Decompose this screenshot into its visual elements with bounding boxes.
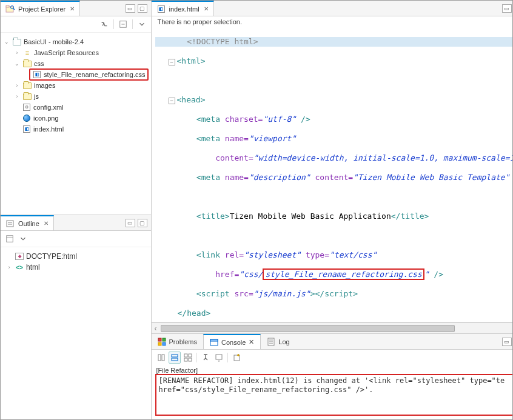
tree-item-icon[interactable]: icon.png <box>3 113 149 124</box>
tab-label: Log <box>278 338 289 345</box>
tree-item-index[interactable]: ◧ index.html <box>3 124 149 135</box>
svg-rect-28 <box>189 358 192 361</box>
console-btn-1[interactable] <box>155 352 167 364</box>
href-highlight: style_File_rename_refactoring.css <box>263 268 424 280</box>
code-editor[interactable]: <!DOCTYPE html> −<html> −<head> <meta ch… <box>152 27 513 322</box>
svg-rect-14 <box>163 342 166 345</box>
separator <box>113 19 114 29</box>
chevron-down-icon[interactable]: ⌄ <box>13 61 21 67</box>
tree-label: icon.png <box>33 115 59 122</box>
chevron-right-icon[interactable]: › <box>13 82 21 88</box>
tree-label: style_File_rename_refactoring.css <box>44 71 146 78</box>
editor-tab-label: index.html <box>169 5 200 13</box>
maximize-button[interactable]: ▢ <box>138 219 147 227</box>
console-line: href="css/style_File_rename_refactoring.… <box>159 385 513 395</box>
tree-label: images <box>34 82 55 89</box>
minimize-button[interactable]: ▭ <box>126 219 135 227</box>
fold-toggle[interactable]: − <box>169 98 175 104</box>
console-output[interactable]: [RENAME REFACTOR] index.html(12) is chan… <box>155 374 513 416</box>
view-menu-button[interactable] <box>136 19 147 30</box>
tree-label: js <box>34 93 39 100</box>
outline-mode-button[interactable] <box>4 233 15 244</box>
editor-tab-index[interactable]: ◧ index.html ✕ <box>152 1 214 16</box>
project-tree: ⌄ BasicUI - mobile-2.4 › ≡ JavaScript Re… <box>1 33 151 215</box>
tab-label: Problems <box>169 338 197 345</box>
close-icon[interactable]: ✕ <box>70 5 75 12</box>
tree-label: config.xml <box>33 104 64 111</box>
minimize-button[interactable]: ▭ <box>502 338 512 346</box>
svg-rect-24 <box>172 358 178 361</box>
console-toolbar <box>152 350 513 365</box>
outline-tab[interactable]: Outline ✕ <box>1 215 54 230</box>
dropdown-button[interactable] <box>213 352 225 364</box>
svg-rect-25 <box>184 354 187 357</box>
horizontal-scrollbar[interactable]: ‹ › <box>152 322 513 333</box>
tree-item-images-folder[interactable]: › images <box>3 80 149 91</box>
project-explorer-tab[interactable]: Project Explorer ✕ <box>1 1 80 16</box>
outline-icon <box>5 219 15 228</box>
project-root[interactable]: ⌄ BasicUI - mobile-2.4 <box>3 36 149 47</box>
close-icon[interactable]: ✕ <box>249 338 254 346</box>
problems-icon <box>158 338 166 346</box>
tree-item-js-folder[interactable]: › js <box>3 91 149 102</box>
svg-rect-22 <box>162 355 164 361</box>
project-explorer-toolbar <box>1 16 151 33</box>
console-category: [File Refactor] <box>152 365 513 374</box>
tab-console[interactable]: Console ✕ <box>203 334 261 349</box>
minimize-button[interactable]: ▭ <box>126 4 135 13</box>
svg-rect-27 <box>184 358 187 361</box>
tree-item-jslib[interactable]: › ≡ JavaScript Resources <box>3 47 149 58</box>
editor-status: There is no proper selection. <box>152 16 513 27</box>
svg-rect-29 <box>216 355 222 359</box>
pin-button[interactable] <box>200 352 212 364</box>
svg-rect-26 <box>189 354 192 357</box>
svg-rect-13 <box>158 342 161 345</box>
outline-html[interactable]: › <> html <box>5 262 146 273</box>
close-icon[interactable]: ✕ <box>44 220 49 227</box>
console-btn-3[interactable] <box>182 352 194 364</box>
tree-item-css-file[interactable]: ◧ style_File_rename_refactoring.css <box>3 69 149 80</box>
folder-icon <box>23 93 32 100</box>
library-icon: ≡ <box>22 48 32 57</box>
tree-item-css-folder[interactable]: ⌄ css <box>3 58 149 69</box>
fold-toggle[interactable]: − <box>169 59 175 65</box>
chevron-down-icon[interactable]: ⌄ <box>3 39 10 45</box>
separator <box>196 353 197 362</box>
svg-rect-11 <box>158 338 161 341</box>
project-explorer-tab-label: Project Explorer <box>18 5 65 13</box>
minimize-button[interactable]: ▭ <box>502 4 512 13</box>
outline-tabbar: Outline ✕ ▭ ▢ <box>1 215 151 231</box>
link-editor-button[interactable] <box>99 19 110 30</box>
outline-menu-button[interactable] <box>18 233 29 244</box>
svg-rect-9 <box>7 236 13 242</box>
chevron-right-icon[interactable]: › <box>13 93 21 99</box>
folder-icon <box>23 61 32 67</box>
project-explorer-icon <box>5 4 15 14</box>
svg-rect-12 <box>163 338 166 341</box>
outline-tree: ◆ DOCTYPE:html › <> html <box>1 247 151 419</box>
maximize-button[interactable]: ▢ <box>138 4 147 13</box>
bottom-panel: Problems Console ✕ Log ▭ ▢ <box>152 333 513 419</box>
console-icon <box>210 338 218 347</box>
console-btn-2[interactable] <box>169 352 181 364</box>
editor-tabbar: ◧ index.html ✕ ▭ ▢ <box>152 1 513 16</box>
tab-problems[interactable]: Problems <box>152 334 203 349</box>
outline-doctype[interactable]: ◆ DOCTYPE:html <box>5 251 146 262</box>
tab-label: Console <box>221 339 246 346</box>
console-line: [RENAME REFACTOR] index.html(12) is chan… <box>159 376 513 385</box>
svg-rect-1 <box>6 5 9 7</box>
html-file-icon: ◧ <box>23 125 30 133</box>
tag-icon: <> <box>15 264 24 271</box>
close-icon[interactable]: ✕ <box>204 5 209 12</box>
svg-rect-6 <box>7 221 13 227</box>
folder-icon <box>23 82 32 89</box>
tab-log[interactable]: Log <box>261 334 295 349</box>
collapse-button[interactable] <box>118 19 129 30</box>
log-icon <box>267 338 275 346</box>
tree-item-config[interactable]: ⚙ config.xml <box>3 102 149 113</box>
chevron-right-icon[interactable]: › <box>13 50 21 56</box>
new-console-button[interactable] <box>230 352 243 364</box>
chevron-right-icon[interactable]: › <box>5 264 13 270</box>
svg-rect-23 <box>172 355 178 357</box>
svg-rect-16 <box>210 339 218 341</box>
